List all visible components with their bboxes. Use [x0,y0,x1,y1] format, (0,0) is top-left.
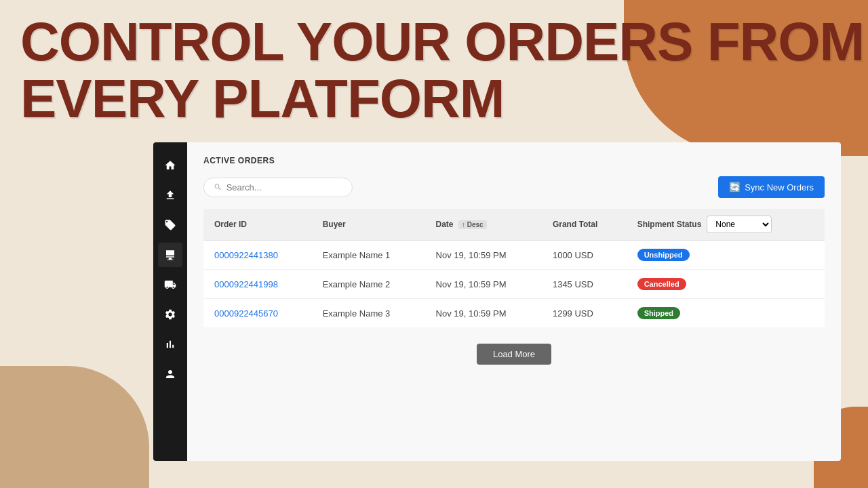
hero-title: CONTROL YOUR ORDERS FROM EVERY PLATFORM [20,14,864,127]
table-row: 0000922441998 Example Name 2 Nov 19, 10:… [203,270,825,299]
upload-icon [164,189,176,201]
order-id-cell: 0000922445670 [203,299,312,328]
col-order-id: Order ID [203,209,312,241]
order-id-cell: 0000922441998 [203,270,312,299]
shipment-status-select[interactable]: None Shipped Unshipped Cancelled [707,216,772,233]
hero-title-line2: EVERY PLATFORM [20,70,864,127]
sidebar-item-shipping[interactable] [158,272,182,297]
truck-icon [164,279,176,291]
status-badge: Cancelled [637,278,686,290]
buyer-cell: Example Name 2 [312,270,425,299]
status-cell: Shipped [627,299,825,328]
order-id-link[interactable]: 0000922441380 [214,250,278,260]
order-id-link[interactable]: 0000922441998 [214,279,278,289]
orders-table: Order ID Buyer Date ↑ Desc Grand Total S… [203,209,825,327]
main-content: ACTIVE ORDERS 🔄 Sync New Orders Order ID… [187,142,841,461]
bg-shape-bottom-left [0,366,149,488]
status-cell: Unshipped [627,241,825,270]
sidebar [153,142,187,461]
sidebar-item-tags[interactable] [158,213,182,237]
buyer-cell: Example Name 1 [312,241,425,270]
bar-chart-icon [164,338,176,350]
toolbar: 🔄 Sync New Orders [203,176,825,198]
search-input[interactable] [226,182,342,192]
col-shipment-status: Shipment Status None Shipped Unshipped C… [627,209,825,241]
date-cell: Nov 19, 10:59 PM [425,241,542,270]
hero-title-line1: CONTROL YOUR ORDERS FROM [20,14,864,70]
tag-icon [164,219,176,231]
table-row: 0000922441380 Example Name 1 Nov 19, 10:… [203,241,825,270]
search-box [203,178,353,197]
sync-button-label: Sync New Orders [745,182,814,192]
sidebar-item-contacts[interactable] [158,362,182,386]
sync-icon: 🔄 [729,182,741,192]
shipment-status-label: Shipment Status [637,220,702,229]
shipment-status-header: Shipment Status None Shipped Unshipped C… [637,216,814,233]
col-date[interactable]: Date ↑ Desc [425,209,542,241]
sidebar-item-upload[interactable] [158,183,182,207]
grand-total-cell: 1299 USD [542,299,627,328]
search-icon [214,182,222,192]
order-id-cell: 0000922441380 [203,241,312,270]
sidebar-item-monitor[interactable] [158,243,182,267]
col-buyer: Buyer [312,209,425,241]
grand-total-cell: 1000 USD [542,241,627,270]
load-more-container: Load More [203,344,825,365]
sidebar-item-analytics[interactable] [158,332,182,357]
buyer-cell: Example Name 3 [312,299,425,328]
gear-icon [164,308,176,321]
table-row: 0000922445670 Example Name 3 Nov 19, 10:… [203,299,825,328]
person-icon [164,368,176,380]
date-cell: Nov 19, 10:59 PM [425,270,542,299]
date-cell: Nov 19, 10:59 PM [425,299,542,328]
sidebar-item-home[interactable] [158,153,182,178]
table-header-row: Order ID Buyer Date ↑ Desc Grand Total S… [203,209,825,241]
sidebar-item-settings[interactable] [158,302,182,327]
home-icon [164,159,176,171]
status-badge: Unshipped [637,249,690,261]
section-title: ACTIVE ORDERS [203,156,825,165]
status-badge: Shipped [637,307,680,319]
sync-button[interactable]: 🔄 Sync New Orders [718,176,825,198]
sort-badge: ↑ Desc [458,220,487,229]
status-cell: Cancelled [627,270,825,299]
grand-total-cell: 1345 USD [542,270,627,299]
monitor-icon [164,249,176,261]
col-grand-total: Grand Total [542,209,627,241]
app-container: ACTIVE ORDERS 🔄 Sync New Orders Order ID… [153,142,841,461]
order-id-link[interactable]: 0000922445670 [214,308,278,319]
load-more-button[interactable]: Load More [477,344,551,365]
